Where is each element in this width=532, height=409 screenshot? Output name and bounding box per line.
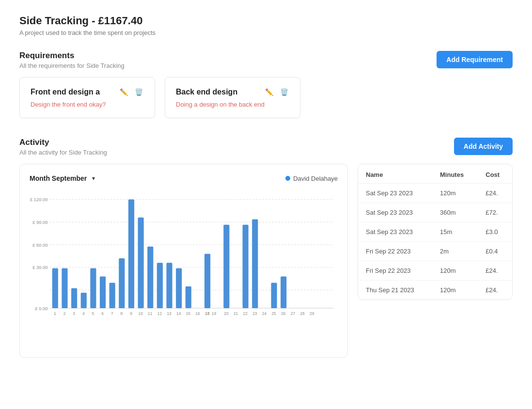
activity-title: Activity (19, 138, 107, 147)
cell-name: Fri Sep 22 2023 (358, 261, 432, 281)
svg-text:24: 24 (262, 311, 267, 316)
svg-rect-15 (90, 268, 96, 308)
chart-card: Month September Month October Month Augu… (19, 164, 348, 358)
add-requirement-button[interactable]: Add Requirement (437, 51, 513, 68)
table-row: Sat Sep 23 2023 360m £72. (358, 203, 512, 222)
svg-text:£ 60.00: £ 60.00 (32, 243, 47, 248)
cell-name: Sat Sep 23 2023 (358, 184, 432, 203)
svg-text:13: 13 (167, 311, 172, 316)
svg-text:£ 90.00: £ 90.00 (32, 220, 47, 225)
legend-dot (285, 176, 290, 181)
svg-text:29: 29 (310, 311, 314, 316)
activity-table-card: Name Minutes Cost Sat Sep 23 2023 120m £… (358, 164, 513, 300)
svg-rect-19 (128, 199, 134, 308)
cell-minutes: 120m (432, 261, 478, 281)
svg-text:8: 8 (121, 311, 123, 316)
add-activity-button[interactable]: Add Activity (454, 138, 513, 155)
table-row: Sat Sep 23 2023 120m £24. (358, 184, 512, 203)
month-select[interactable]: Month September Month October Month Augu… (30, 174, 95, 182)
cell-cost: £72. (478, 203, 512, 222)
col-name: Name (358, 164, 432, 184)
trash-icon: 🗑️ (280, 88, 288, 96)
svg-rect-21 (147, 247, 153, 308)
pencil-icon: ✏️ (120, 88, 128, 96)
cell-minutes: 2m (432, 242, 478, 261)
svg-text:6: 6 (101, 311, 104, 316)
req-card-title-1: Back end design (176, 88, 259, 96)
activity-subtitle: All the activity for Side Tracking (19, 149, 107, 156)
svg-text:11: 11 (148, 311, 153, 316)
page-title: Side Tracking - £1167.40 (19, 15, 513, 27)
svg-text:2: 2 (63, 311, 66, 316)
table-row: Fri Sep 22 2023 120m £24. (358, 261, 512, 281)
cell-minutes: 120m (432, 184, 478, 203)
svg-rect-29 (252, 220, 258, 308)
trash-icon: 🗑️ (135, 88, 143, 96)
edit-requirement-1[interactable]: ✏️ (264, 87, 274, 97)
svg-text:25: 25 (271, 311, 276, 316)
svg-text:£ 120.00: £ 120.00 (30, 197, 47, 202)
svg-rect-12 (62, 268, 67, 308)
cell-minutes: 120m (432, 281, 478, 300)
svg-text:10: 10 (138, 311, 143, 316)
svg-rect-26 (204, 254, 210, 308)
cell-name: Sat Sep 23 2023 (358, 203, 432, 222)
svg-text:23: 23 (252, 311, 257, 316)
cell-cost: £24. (478, 281, 512, 300)
delete-requirement-1[interactable]: 🗑️ (279, 87, 289, 97)
svg-rect-24 (176, 268, 182, 308)
svg-rect-17 (110, 283, 115, 308)
svg-text:1: 1 (54, 311, 56, 316)
svg-text:7: 7 (111, 311, 113, 316)
table-row: Fri Sep 22 2023 2m £0.4 (358, 242, 512, 261)
svg-text:4: 4 (82, 311, 85, 316)
cell-cost: £24. (478, 184, 512, 203)
svg-text:27: 27 (291, 311, 296, 316)
cell-cost: £0.4 (478, 242, 512, 261)
col-cost: Cost (478, 164, 512, 184)
svg-text:3: 3 (73, 311, 75, 316)
bar-chart: £ 120.00 £ 90.00 £ 60.00 £ 30.00 £ 0.00 (30, 190, 338, 326)
page-subtitle: A project used to track the time spent o… (19, 29, 513, 36)
pencil-icon: ✏️ (265, 88, 273, 96)
requirements-subtitle: All the requirements for Side Tracking (19, 62, 125, 69)
cell-cost: £24. (478, 261, 512, 281)
svg-text:26: 26 (281, 311, 286, 316)
edit-requirement-0[interactable]: ✏️ (119, 87, 129, 97)
col-minutes: Minutes (432, 164, 478, 184)
svg-text:15: 15 (186, 311, 191, 316)
svg-rect-30 (271, 283, 277, 308)
svg-text:£ 0.00: £ 0.00 (35, 306, 47, 311)
activity-container: Month September Month October Month Augu… (19, 164, 513, 358)
requirement-card-0: Front end design a ✏️ 🗑️ Design the fron… (19, 77, 155, 118)
req-card-desc-0: Design the front end okay? (31, 101, 144, 108)
chart-legend: David Delahaye (285, 175, 338, 182)
svg-rect-18 (119, 258, 125, 308)
svg-rect-22 (157, 263, 163, 308)
cell-name: Thu Sep 21 2023 (358, 281, 432, 300)
svg-text:14: 14 (176, 311, 181, 316)
req-card-desc-1: Doing a design on the back end (176, 101, 289, 108)
chart-area: £ 120.00 £ 90.00 £ 60.00 £ 30.00 £ 0.00 (30, 190, 338, 326)
svg-text:16: 16 (195, 311, 200, 316)
svg-rect-20 (138, 218, 144, 308)
activity-table: Name Minutes Cost Sat Sep 23 2023 120m £… (358, 164, 512, 299)
table-row: Thu Sep 21 2023 120m £24. (358, 281, 512, 300)
delete-requirement-0[interactable]: 🗑️ (134, 87, 144, 97)
svg-rect-11 (52, 268, 58, 308)
svg-text:12: 12 (157, 311, 162, 316)
svg-text:20: 20 (224, 311, 229, 316)
svg-rect-13 (71, 288, 77, 308)
cell-minutes: 15m (432, 222, 478, 242)
svg-text:9: 9 (130, 311, 132, 316)
svg-rect-25 (186, 286, 191, 308)
svg-rect-14 (81, 293, 87, 308)
svg-text:21: 21 (234, 311, 238, 316)
svg-rect-31 (281, 276, 286, 308)
svg-rect-16 (100, 276, 106, 308)
svg-text:19: 19 (212, 311, 217, 316)
svg-text:£ 30.00: £ 30.00 (32, 265, 47, 270)
svg-rect-27 (223, 225, 229, 308)
legend-label: David Delahaye (293, 175, 338, 182)
svg-rect-23 (166, 263, 172, 308)
